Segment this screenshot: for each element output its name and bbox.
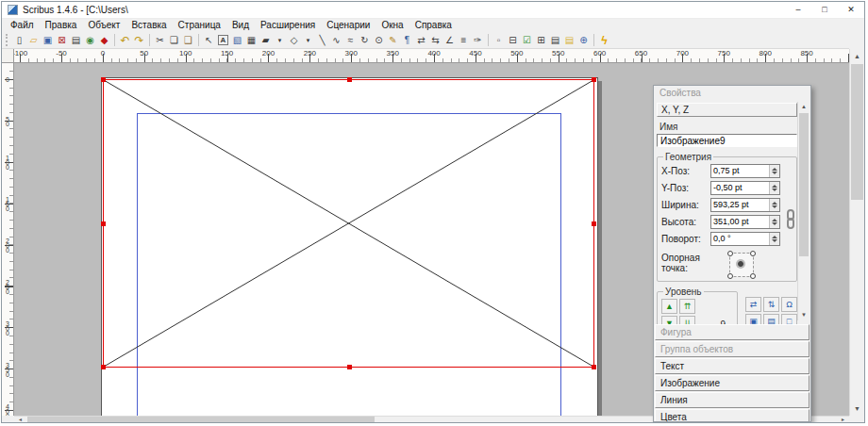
- basepoint-top-right[interactable]: [750, 251, 756, 256]
- tab-shape[interactable]: Фигура: [655, 324, 810, 340]
- close-button[interactable]: ✕: [838, 2, 864, 18]
- basepoint-bottom-right[interactable]: [750, 273, 756, 279]
- select-item-icon[interactable]: ↖: [202, 33, 216, 48]
- selection-handle-bottom-left[interactable]: [101, 365, 106, 369]
- rotate-item-icon[interactable]: ↻: [358, 33, 372, 48]
- close-document-icon[interactable]: ⊠: [55, 33, 69, 48]
- spin-down-icon[interactable]: [772, 222, 777, 228]
- spinbox[interactable]: [710, 215, 780, 229]
- maximize-button[interactable]: □: [811, 2, 838, 18]
- menu-view[interactable]: Вид: [226, 19, 255, 32]
- selection-handle-middle-right[interactable]: [592, 221, 596, 226]
- selection-handle-top-left[interactable]: [101, 77, 106, 82]
- tab-colors[interactable]: Цвета: [655, 409, 810, 422]
- insert-freehand-icon[interactable]: ≈: [343, 33, 358, 48]
- spin-down-icon[interactable]: [772, 205, 777, 211]
- unlink-text-frames-icon[interactable]: ⇆: [428, 33, 442, 48]
- selection-handle-bottom-right[interactable]: [592, 365, 596, 369]
- basepoint-top-left[interactable]: [727, 251, 733, 256]
- insert-image-frame-icon[interactable]: ▧: [230, 33, 244, 48]
- paste-icon[interactable]: ❑: [181, 33, 195, 48]
- vertical-ruler[interactable]: 050100150200250300350400: [2, 63, 14, 416]
- menu-object[interactable]: Объект: [82, 19, 125, 32]
- selection-handle-top-right[interactable]: [592, 77, 596, 82]
- flip-horizontal-button[interactable]: ⇄: [745, 297, 761, 312]
- lock-button[interactable]: Ω: [781, 297, 797, 312]
- palette-scroll-thumb[interactable]: [799, 113, 809, 256]
- spin-arrows[interactable]: [769, 182, 779, 194]
- vertical-scrollbar[interactable]: ▲ ▼: [849, 49, 864, 416]
- vertical-scroll-thumb[interactable]: [851, 64, 863, 200]
- spinbox[interactable]: [710, 181, 780, 195]
- width-input[interactable]: [711, 199, 769, 211]
- basepoint-center-selected[interactable]: [738, 261, 743, 267]
- level-to-top-button[interactable]: ⇈: [679, 299, 695, 314]
- x-pos-input[interactable]: [711, 165, 769, 177]
- tab-image[interactable]: Изображение: [655, 375, 810, 391]
- spin-down-icon[interactable]: [772, 239, 777, 245]
- selection-handle-bottom-middle[interactable]: [347, 365, 352, 369]
- link-text-frames-icon[interactable]: ⇄: [414, 33, 428, 48]
- insert-table-icon[interactable]: ▦: [244, 33, 259, 48]
- spin-up-icon[interactable]: [772, 165, 777, 171]
- pdf-text-annotation-icon[interactable]: ▤: [562, 33, 576, 48]
- spinbox[interactable]: [710, 232, 780, 246]
- pdf-check-box-icon[interactable]: ☑: [520, 33, 534, 48]
- ruler-origin-button[interactable]: [2, 49, 14, 63]
- spin-up-icon[interactable]: [772, 233, 777, 238]
- tab-xyz[interactable]: X, Y, Z: [657, 103, 797, 117]
- menu-file[interactable]: Файл: [5, 19, 40, 32]
- spinbox[interactable]: [710, 164, 780, 178]
- spin-down-icon[interactable]: [772, 188, 777, 194]
- spin-up-icon[interactable]: [772, 216, 777, 221]
- scroll-left-button[interactable]: ◄: [14, 417, 26, 422]
- insert-shape-icon[interactable]: ▰: [259, 33, 273, 48]
- insert-text-frame-icon[interactable]: A: [216, 33, 230, 48]
- edit-contents-icon[interactable]: ✎: [386, 33, 400, 48]
- rotation-input[interactable]: [711, 233, 769, 245]
- preflight-verifier-icon[interactable]: ◉: [83, 33, 97, 48]
- menu-scripts[interactable]: Сценарии: [321, 19, 376, 32]
- spin-up-icon[interactable]: [772, 199, 777, 205]
- tab-text[interactable]: Текст: [655, 358, 810, 374]
- scroll-down-button[interactable]: ▼: [850, 401, 864, 416]
- redo-icon[interactable]: ↷: [132, 33, 146, 48]
- selection-handle-top-middle[interactable]: [347, 77, 352, 82]
- measurements-icon[interactable]: ∠: [442, 33, 457, 48]
- selection-handle-middle-left[interactable]: [101, 221, 106, 226]
- flip-vertical-button[interactable]: ⇅: [763, 297, 779, 312]
- scroll-right-button[interactable]: ►: [837, 417, 849, 422]
- toolbar-grip[interactable]: [6, 34, 9, 46]
- story-editor-icon[interactable]: ¶: [400, 33, 414, 48]
- menu-windows[interactable]: Окна: [376, 19, 409, 32]
- pdf-push-button-icon[interactable]: ▫: [492, 33, 506, 48]
- insert-polygon-icon[interactable]: ◇: [287, 33, 301, 48]
- menu-help[interactable]: Справка: [409, 19, 458, 32]
- spin-down-icon[interactable]: [772, 172, 777, 177]
- menu-page[interactable]: Страница: [173, 19, 226, 32]
- spin-arrows[interactable]: [769, 233, 779, 245]
- horizontal-ruler[interactable]: -100-50050100150200250300350400450500550…: [14, 49, 849, 63]
- name-input[interactable]: [657, 134, 797, 147]
- pdf-link-annotation-icon[interactable]: ⊕: [576, 33, 591, 48]
- link-width-height-icon[interactable]: [786, 209, 795, 241]
- height-input[interactable]: [711, 216, 769, 228]
- image-frame[interactable]: [103, 79, 594, 368]
- save-document-icon[interactable]: ▣: [41, 33, 55, 48]
- palette-title[interactable]: Свойства: [654, 86, 810, 101]
- minimize-button[interactable]: –: [785, 2, 811, 18]
- shape-flyout-icon[interactable]: ▾: [273, 33, 287, 48]
- palette-scrollbar[interactable]: ▲ ▼: [797, 102, 810, 320]
- horizontal-scroll-thumb[interactable]: [27, 417, 375, 422]
- basepoint-bottom-left[interactable]: [727, 273, 733, 279]
- menu-insert[interactable]: Вставка: [125, 19, 172, 32]
- palette-scroll-down-button[interactable]: ▼: [798, 310, 810, 320]
- new-document-icon[interactable]: ▯: [12, 33, 26, 48]
- y-pos-input[interactable]: [711, 182, 769, 194]
- print-document-icon[interactable]: ▤: [69, 33, 83, 48]
- insert-line-icon[interactable]: ╲: [315, 33, 329, 48]
- eyedropper-icon[interactable]: ✑: [471, 33, 485, 48]
- tab-group[interactable]: Группа объектов: [655, 341, 810, 357]
- copy-icon[interactable]: ❏: [167, 33, 181, 48]
- zoom-icon[interactable]: ⊙: [372, 33, 386, 48]
